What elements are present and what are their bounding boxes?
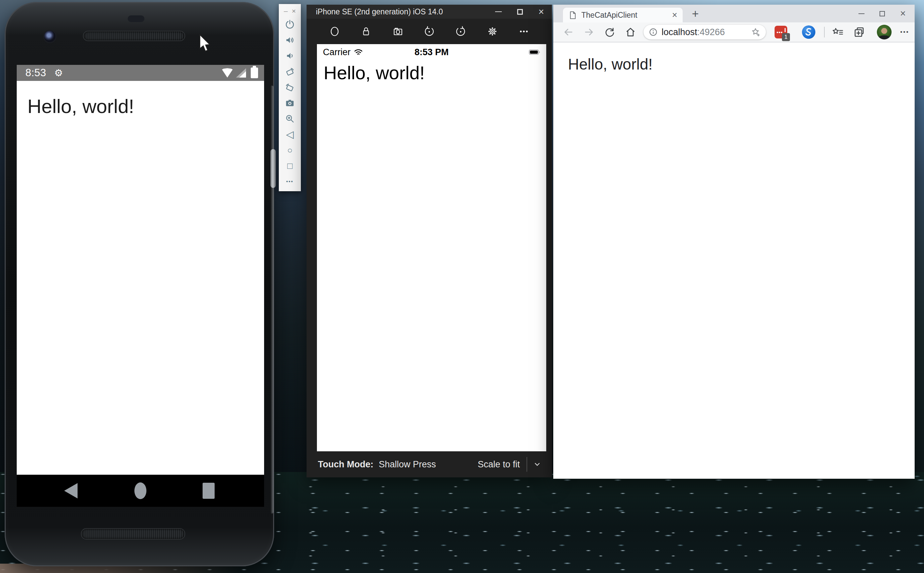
browser-tab-strip: TheCatApiClient × + × <box>553 5 915 22</box>
front-camera <box>44 31 55 42</box>
maximize-icon <box>880 11 885 16</box>
footer-divider <box>527 457 527 472</box>
emulator-home-button[interactable]: ○ <box>279 142 301 158</box>
lock-button[interactable] <box>359 24 374 39</box>
ios-clock: 8:53 PM <box>317 47 546 58</box>
emulator-zoom-button[interactable] <box>279 111 301 126</box>
chevron-down-icon[interactable] <box>534 462 541 467</box>
browser-menu-button[interactable]: ••• <box>900 29 909 36</box>
browser-hello-text: Hello, world! <box>553 42 915 73</box>
touch-mode-label: Touch Mode: <box>318 459 374 470</box>
emulator-screenshot-button[interactable] <box>279 95 301 111</box>
emulator-rotate-right-button[interactable] <box>279 80 301 95</box>
android-app-view: Hello, world! <box>17 81 264 475</box>
url-port: :49266 <box>697 27 725 38</box>
android-screen: 8:53 ⚙ Hello, world! <box>17 65 264 507</box>
cell-signal-icon <box>236 68 246 78</box>
android-clock: 8:53 <box>25 67 46 79</box>
ios-simulator-window: iPhone SE (2nd generation) iOS 14.0 × <box>306 5 552 478</box>
minimize-icon <box>495 11 502 12</box>
emulator-toolbar: – × <box>279 4 301 191</box>
android-back-button[interactable] <box>64 483 78 498</box>
password-extension-icon[interactable]: ••• 1 <box>775 26 787 38</box>
address-bar[interactable]: localhost:49266 <box>644 25 766 39</box>
browser-page-content: Hello, world! <box>553 42 915 73</box>
ios-window-title: iPhone SE (2nd generation) iOS 14.0 <box>316 7 443 16</box>
emulator-rotate-left-button[interactable] <box>279 64 301 80</box>
battery-icon <box>251 67 258 78</box>
maximize-button[interactable] <box>872 5 893 22</box>
home-button[interactable] <box>620 24 641 40</box>
phone-power-button <box>270 149 276 188</box>
android-nav-bar <box>17 475 264 507</box>
rotate-left-button[interactable] <box>422 24 436 39</box>
screenshot-button[interactable] <box>391 24 405 39</box>
blue-extension-icon[interactable] <box>802 25 815 39</box>
add-favorite-star-icon[interactable] <box>751 27 760 37</box>
sensor-cutout <box>128 16 144 22</box>
maximize-button[interactable] <box>509 5 530 19</box>
gear-icon: ⚙ <box>54 67 63 78</box>
tab-close-icon[interactable]: × <box>672 10 677 20</box>
minimize-icon <box>858 13 865 14</box>
minimize-icon[interactable]: – <box>284 7 288 15</box>
ios-simulator-titlebar: iPhone SE (2nd generation) iOS 14.0 × <box>306 5 552 19</box>
refresh-button[interactable] <box>599 24 620 40</box>
maximize-icon <box>517 9 523 15</box>
emulator-back-button[interactable]: ◁ <box>279 126 301 142</box>
close-button[interactable]: × <box>530 5 552 19</box>
forward-button[interactable] <box>578 24 599 40</box>
touch-mode-value: Shallow Press <box>379 459 436 470</box>
page-icon <box>568 11 577 19</box>
bottom-speaker <box>81 529 184 539</box>
browser-window: TheCatApiClient × + × <box>553 5 915 479</box>
emulator-more-button[interactable]: ••• <box>279 174 301 189</box>
profile-avatar[interactable] <box>877 25 891 39</box>
android-home-button[interactable] <box>134 482 146 499</box>
browser-window-controls: × <box>851 5 913 22</box>
settings-gear-button[interactable] <box>485 24 500 39</box>
tab-title: TheCatApiClient <box>582 11 672 20</box>
scale-to-fit-label: Scale to fit <box>478 459 520 470</box>
emulator-volume-up-button[interactable] <box>279 33 301 48</box>
ios-simulator-toolbar <box>306 19 552 44</box>
ios-screen: Carrier 8:53 PM Hello, world! <box>317 44 546 451</box>
ios-hello-text: Hello, world! <box>324 62 546 84</box>
new-tab-button[interactable]: + <box>688 7 702 20</box>
earpiece-speaker <box>84 31 184 41</box>
ios-window-controls: × <box>488 5 552 19</box>
minimize-button[interactable] <box>851 5 872 22</box>
wifi-icon <box>222 68 233 78</box>
browser-tab-active[interactable]: TheCatApiClient × <box>563 8 683 22</box>
emulator-volume-down-button[interactable] <box>279 48 301 64</box>
ios-status-bar: Carrier 8:53 PM <box>317 44 546 60</box>
emulator-overview-button[interactable]: □ <box>279 158 301 174</box>
favorites-button[interactable] <box>827 24 848 40</box>
emulator-power-button[interactable] <box>279 17 301 33</box>
close-icon[interactable]: × <box>292 7 296 15</box>
mouse-cursor <box>199 34 212 53</box>
minimize-button[interactable] <box>488 5 509 19</box>
url-host: localhost <box>661 27 697 38</box>
desktop: 8:53 ⚙ Hello, world! – × <box>0 0 924 573</box>
browser-navbar: localhost:49266 ••• 1 <box>553 22 915 42</box>
close-button[interactable]: × <box>893 5 913 22</box>
android-emulator-device: 8:53 ⚙ Hello, world! <box>5 2 274 566</box>
emulator-toolbar-window-controls: – × <box>279 5 301 17</box>
android-status-bar: 8:53 ⚙ <box>17 65 264 81</box>
extension-badge: 1 <box>782 33 790 41</box>
info-icon[interactable] <box>649 28 658 36</box>
more-ellipsis-button[interactable] <box>516 24 531 39</box>
android-overview-button[interactable] <box>203 483 215 499</box>
rotate-right-button[interactable] <box>453 24 468 39</box>
android-hello-text: Hello, world! <box>17 81 264 117</box>
home-circle-button[interactable] <box>327 24 342 39</box>
collections-button[interactable] <box>849 24 869 40</box>
toolbar-divider <box>824 27 825 38</box>
ios-simulator-footer: Touch Mode: Shallow Press Scale to fit <box>306 451 552 478</box>
back-button[interactable] <box>558 24 578 40</box>
